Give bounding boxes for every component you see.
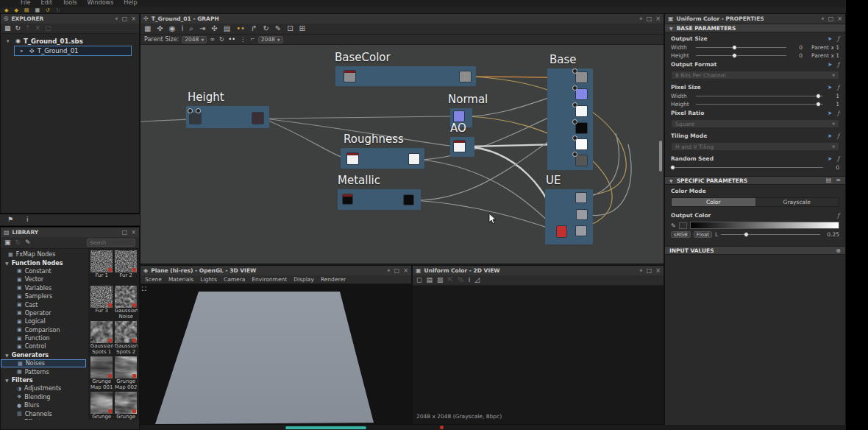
pixel-height-slider[interactable] (696, 104, 823, 105)
color-mode-grayscale-button[interactable]: Grayscale (755, 198, 839, 206)
reroute-icon[interactable]: ↱ (251, 25, 257, 32)
save-all-icon[interactable]: ▦ (4, 25, 11, 32)
thumbnail-icon[interactable]: ▤ (224, 25, 230, 32)
menu-renderer[interactable]: Renderer (321, 276, 346, 283)
info-icon[interactable]: i (26, 216, 29, 223)
luminance-slider[interactable] (721, 234, 820, 235)
menu-materials[interactable]: Materials (168, 276, 193, 283)
node-link-icon[interactable]: ✣ (211, 25, 217, 32)
update-icon[interactable]: ↻ (15, 25, 21, 32)
view2d-viewport[interactable]: 2048 x 2048 (Grayscale, 8bpc) (413, 286, 664, 424)
link-size-icon[interactable]: ∞ (210, 37, 215, 43)
library-item-constant[interactable]: ▣Constant (1, 267, 88, 275)
graph-node[interactable] (460, 71, 471, 82)
float-button[interactable]: Float (694, 231, 712, 238)
function-icon[interactable]: ƒ (837, 155, 839, 162)
undo-icon[interactable]: ↺ (46, 8, 50, 13)
redo-icon[interactable]: ↻ (56, 8, 60, 13)
expose-parameter-icon[interactable]: ➤ (828, 35, 832, 42)
menu-environment[interactable]: Environment (252, 276, 287, 283)
graph-node[interactable] (576, 193, 586, 202)
pins-icon[interactable]: •• (236, 25, 245, 32)
library-item-samplers[interactable]: ▣Samplers (1, 292, 88, 300)
close-icon[interactable]: × (131, 229, 136, 236)
group-frame-basecolor[interactable] (335, 66, 476, 86)
input-values-section[interactable]: INPUT VALUES ⊕ (665, 246, 845, 255)
thumbnail-grunge-map-002[interactable]: Grunge Map 002 (115, 356, 138, 390)
library-item-effects[interactable]: ✦Effects (1, 418, 88, 420)
menu-file[interactable]: File (21, 0, 30, 6)
info-icon[interactable]: i (182, 25, 184, 32)
float-icon[interactable]: □ (647, 267, 652, 275)
function-icon[interactable]: ƒ (837, 61, 839, 68)
menu-windows[interactable]: Windows (88, 0, 114, 6)
slider-handle[interactable] (670, 165, 675, 170)
parent-height-dropdown[interactable]: 2048▼ (258, 36, 283, 43)
export-icon[interactable]: ⇡ (25, 25, 31, 32)
close-icon[interactable]: × (655, 15, 661, 23)
color-swatch[interactable] (679, 222, 687, 229)
expose-parameter-icon[interactable]: ➤ (828, 155, 832, 162)
delete-icon[interactable]: ✕ (35, 25, 41, 32)
expose-parameter-icon[interactable]: ➤ (828, 133, 832, 139)
graph-node[interactable] (409, 154, 419, 164)
srgb-button[interactable]: sRGB (671, 231, 691, 238)
grid-icon[interactable]: ⊞ (299, 25, 305, 32)
library-item-blurs[interactable]: ●Blurs (1, 401, 88, 409)
refresh-icon[interactable]: ↻ (15, 239, 21, 246)
graph-node[interactable] (252, 113, 263, 124)
eyedropper-icon[interactable]: ✎ (671, 222, 676, 229)
chevron-right-icon[interactable]: ▸ (21, 48, 26, 54)
view3d-viewport[interactable]: ⛶ (140, 284, 411, 424)
function-icon[interactable]: ƒ (837, 84, 839, 91)
library-item-channels[interactable]: ▥Channels (1, 409, 88, 417)
library-item-patterns[interactable]: ▦Patterns (1, 367, 88, 376)
graph-node[interactable] (454, 111, 464, 121)
float-icon[interactable]: □ (122, 15, 128, 23)
graph-node[interactable] (557, 226, 566, 237)
list-icon[interactable]: ≡ (836, 177, 841, 183)
function-icon[interactable]: ƒ (837, 212, 839, 219)
close-icon[interactable]: × (403, 267, 408, 275)
float-icon[interactable]: □ (394, 267, 400, 275)
graph-node[interactable] (576, 139, 587, 149)
menu-help[interactable]: Help (124, 0, 137, 6)
library-item-function-nodes[interactable]: ▼Function Nodes (1, 258, 88, 267)
graph-node[interactable] (190, 113, 201, 124)
pixel-ratio-dropdown[interactable]: Square ▼ (671, 119, 839, 128)
graph-node[interactable] (404, 195, 413, 205)
graph-node[interactable] (576, 226, 586, 236)
copy-image-icon[interactable]: ▥ (437, 277, 444, 283)
float-icon[interactable]: □ (647, 15, 652, 23)
menu-display[interactable]: Display (294, 276, 314, 283)
color-mode-color-button[interactable]: Color (672, 198, 755, 206)
tiling-icon[interactable]: ⇱ (448, 277, 454, 283)
slider-handle[interactable] (732, 53, 737, 58)
expose-parameter-icon[interactable]: ➤ (828, 61, 832, 68)
new-folder-icon[interactable]: ▣ (4, 239, 11, 246)
library-item-vector[interactable]: ▣Vector (1, 275, 88, 283)
close-icon[interactable]: × (837, 15, 842, 23)
slider-handle[interactable] (816, 94, 821, 99)
thumbnail-fur-3[interactable]: Fur 3 (90, 286, 113, 320)
base-parameters-section[interactable]: ▼ BASE PARAMETERS (665, 24, 845, 32)
graph-node[interactable] (343, 194, 352, 204)
open-folder-icon[interactable]: ▤ (24, 8, 29, 13)
slider-handle[interactable] (744, 232, 749, 237)
fit-image-icon[interactable]: ◻ (416, 277, 421, 283)
pin-icon[interactable]: ⌖ (115, 15, 118, 23)
library-item-generators[interactable]: ▼Generators (1, 351, 88, 359)
slider-handle[interactable] (816, 102, 821, 107)
pin-icon[interactable]: ⌖ (821, 15, 825, 23)
tools-icon[interactable]: ✎ (275, 25, 281, 32)
graph-node[interactable] (576, 106, 587, 116)
pan-icon[interactable]: ✜ (157, 25, 163, 32)
open-recent-icon[interactable]: ◆ (14, 8, 18, 13)
menu-lights[interactable]: Lights (200, 276, 217, 283)
expose-parameter-icon[interactable]: ➤ (828, 110, 832, 116)
library-item-logical[interactable]: ▣Logical (1, 317, 88, 325)
height-slider[interactable] (696, 55, 786, 56)
edit-icon[interactable]: ✎ (25, 239, 31, 246)
connector-dots-icon[interactable]: •• (229, 37, 235, 43)
reload-icon[interactable]: ↻ (263, 25, 268, 32)
